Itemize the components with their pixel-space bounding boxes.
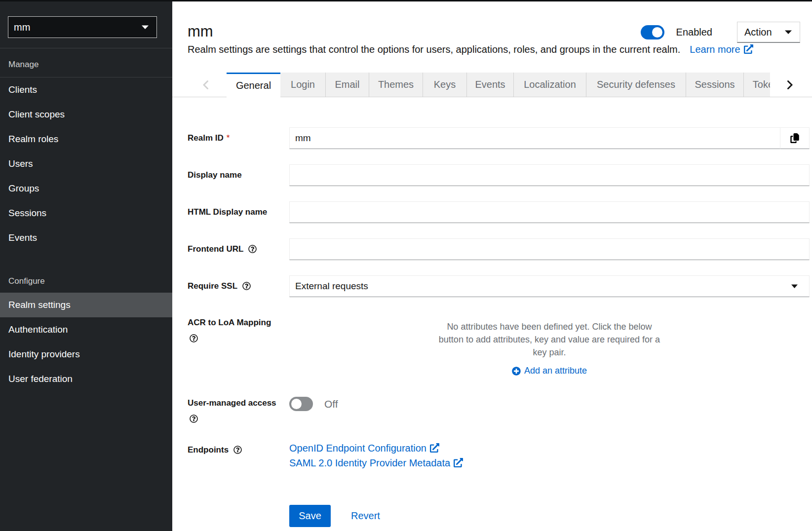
frontend-url-input[interactable] [289,238,810,260]
sidebar-divider [0,48,172,48]
form-row-endpoints: Endpoints OpenID Endpoint Configuration … [188,441,810,470]
user-managed-access-switch[interactable] [289,397,313,411]
tab-tokens[interactable]: Tokens [743,73,770,97]
openid-endpoint-label: OpenID Endpoint Configuration [289,443,426,454]
save-button[interactable]: Save [289,505,331,527]
acr-loa-field-col: No attributes have been defined yet. Cli… [289,312,810,376]
require-ssl-help-icon[interactable] [242,282,251,290]
sidebar-item-events[interactable]: Events [0,226,172,250]
current-realm-name: mm [14,22,142,33]
frontend-url-label-col: Frontend URL [188,244,289,254]
display-name-field-col [289,164,810,186]
display-name-input[interactable] [289,164,810,186]
endpoints-label: Endpoints [188,445,229,455]
tab-scroll-left-button[interactable] [172,73,227,97]
require-ssl-value: External requests [295,281,791,292]
sidebar-item-clients[interactable]: Clients [0,77,172,102]
switch-knob [291,399,302,409]
endpoints-label-col: Endpoints [188,441,289,470]
general-settings-form: Realm ID* Display name HTML Displ [188,127,810,527]
acr-loa-help-icon[interactable] [190,334,198,342]
acr-loa-empty-state: No attributes have been defined yet. Cli… [289,312,810,376]
tab-keys[interactable]: Keys [423,73,466,97]
nav-configure: Realm settings Authentication Identity p… [0,293,172,391]
caret-down-icon [785,30,792,34]
switch-knob [652,27,662,38]
sidebar-item-realm-settings[interactable]: Realm settings [0,293,172,317]
sidebar: mm Manage Clients Client scopes Realm ro… [0,1,172,531]
form-row-acr-loa-mapping: ACR to LoA Mapping No attributes have be… [188,312,810,376]
display-name-label: Display name [188,170,242,180]
tab-themes[interactable]: Themes [369,73,423,97]
sidebar-item-identity-providers[interactable]: Identity providers [0,342,172,367]
sidebar-item-user-federation[interactable]: User federation [0,367,172,391]
copy-realm-id-button[interactable] [780,127,810,149]
html-display-name-label-col: HTML Display name [188,207,289,217]
realm-id-field-col [289,127,810,149]
revert-button[interactable]: Revert [351,510,380,522]
external-link-icon [454,458,463,467]
display-name-label-col: Display name [188,170,289,180]
page-description: Realm settings are settings that control… [188,44,680,55]
sidebar-item-authentication[interactable]: Authentication [0,317,172,342]
tab-general[interactable]: General [227,73,280,97]
tab-sessions[interactable]: Sessions [686,73,743,97]
tab-security-defenses[interactable]: Security defenses [586,73,686,97]
tab-scroll-right-button[interactable] [770,73,812,97]
page-description-line: Realm settings are settings that control… [188,43,753,56]
uma-help-icon[interactable] [190,415,198,423]
endpoints-help-icon[interactable] [233,446,242,454]
form-row-require-ssl: Require SSL External requests [188,275,810,297]
header-controls: Enabled Action [641,22,800,43]
uma-label-col: User-managed access [188,397,289,425]
form-row-user-managed-access: User-managed access Off [188,397,810,425]
sidebar-item-sessions[interactable]: Sessions [0,201,172,226]
uma-state-label: Off [324,398,338,410]
acr-loa-label: ACR to LoA Mapping [188,318,271,327]
tab-login[interactable]: Login [280,73,325,97]
saml-metadata-link[interactable]: SAML 2.0 Identity Provider Metadata [289,455,463,470]
chevron-right-icon [787,80,793,89]
form-row-realm-id: Realm ID* [188,127,810,149]
tab-localization[interactable]: Localization [513,73,586,97]
copy-icon [790,133,800,143]
require-ssl-select[interactable]: External requests [289,275,810,297]
realm-id-input[interactable] [289,127,780,149]
tab-email[interactable]: Email [325,73,369,97]
sidebar-item-users[interactable]: Users [0,152,172,176]
add-attribute-button[interactable]: Add an attribute [289,366,810,376]
endpoints-field-col: OpenID Endpoint Configuration SAML 2.0 I… [289,441,810,470]
tabs-viewport: General Login Email Themes Keys Events L… [227,73,770,97]
learn-more-link[interactable]: Learn more [690,44,753,55]
openid-endpoint-link[interactable]: OpenID Endpoint Configuration [289,441,439,455]
uma-label: User-managed access [188,398,276,408]
tab-bar: General Login Email Themes Keys Events L… [172,73,812,97]
action-dropdown[interactable]: Action [737,22,800,43]
main-content: mm Realm settings are settings that cont… [172,1,812,531]
sidebar-item-client-scopes[interactable]: Client scopes [0,102,172,127]
sidebar-item-groups[interactable]: Groups [0,176,172,201]
frontend-url-field-col [289,238,810,260]
realm-enabled-switch[interactable] [641,25,664,39]
external-link-icon [744,44,753,54]
realm-selector-dropdown[interactable]: mm [8,16,157,38]
external-link-icon [430,443,439,453]
sidebar-item-realm-roles[interactable]: Realm roles [0,127,172,152]
realm-id-label: Realm ID [188,133,224,143]
frontend-url-help-icon[interactable] [248,245,257,253]
chevron-left-icon [203,80,208,89]
form-row-display-name: Display name [188,164,810,186]
frontend-url-label: Frontend URL [188,244,243,254]
form-row-frontend-url: Frontend URL [188,238,810,260]
page-title: mm [188,22,213,41]
action-dropdown-label: Action [744,27,785,38]
enabled-label: Enabled [676,27,712,38]
form-action-group: Save Revert [289,505,810,527]
html-display-name-input[interactable] [289,201,810,223]
tab-events[interactable]: Events [466,73,513,97]
chevron-down-icon [142,25,149,29]
learn-more-label: Learn more [690,44,740,55]
require-ssl-label: Require SSL [188,281,237,291]
required-asterisk: * [227,133,230,143]
plus-circle-icon [512,367,521,376]
